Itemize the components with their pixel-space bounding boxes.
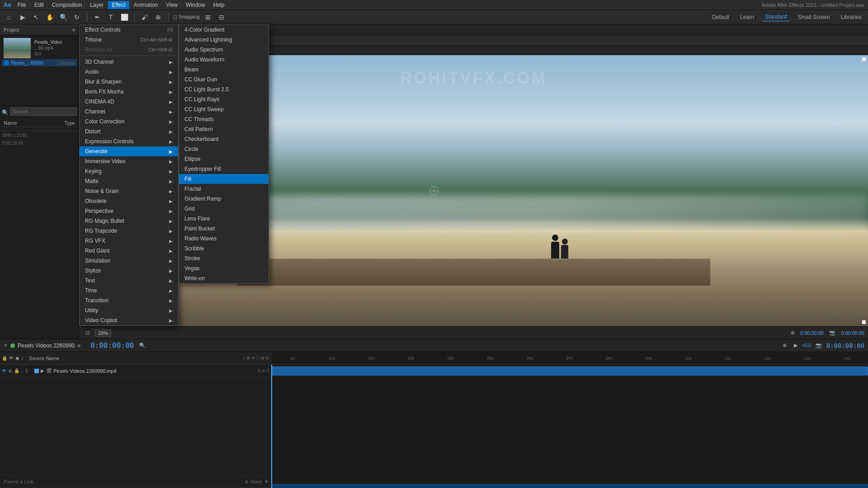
gen-grid[interactable]: Grid	[179, 204, 269, 214]
playback-btn[interactable]: ⊕	[788, 329, 797, 337]
project-item-1[interactable]: Pexels_...60990 Composi	[2, 59, 77, 66]
tl-clip-0[interactable]	[271, 366, 868, 375]
workspace-learn[interactable]: Learn	[737, 13, 757, 21]
grid-btn[interactable]: ⊟	[216, 12, 227, 23]
gen-circle[interactable]: Circle	[179, 144, 269, 154]
gen-write-on[interactable]: Write-on	[179, 273, 269, 283]
effect-channel[interactable]: Channel ▶	[80, 107, 178, 117]
search-input[interactable]	[10, 108, 77, 116]
gen-paint-bucket[interactable]: Paint Bucket	[179, 224, 269, 234]
effect-blur[interactable]: Blur & Sharpen ▶	[80, 77, 178, 87]
effect-3dchannel[interactable]: 3D Channel ▶	[80, 57, 178, 67]
text-btn[interactable]: T	[105, 12, 116, 23]
menu-effect[interactable]: Effect	[108, 1, 129, 9]
timeline-timecode[interactable]: 0:00:00:00	[90, 341, 134, 350]
paint-btn[interactable]: 🖌	[139, 12, 150, 23]
gen-vegas[interactable]: Vegas	[179, 263, 269, 273]
menu-animation[interactable]: Animation	[130, 1, 161, 9]
effect-keying[interactable]: Keying ▶	[80, 166, 178, 176]
effect-remove-all[interactable]: Remove All Ctrl+Shift+E	[80, 45, 178, 55]
play-btn[interactable]: ▶	[17, 12, 28, 23]
workspace-standard[interactable]: Standard	[762, 13, 790, 21]
effect-cinema4d[interactable]: CINEMA 4D ▶	[80, 97, 178, 107]
menu-file[interactable]: File	[14, 1, 30, 9]
workspace-small[interactable]: Small Screen	[795, 13, 833, 21]
effect-text[interactable]: Text ▶	[80, 276, 178, 286]
hand-btn[interactable]: ✋	[44, 12, 55, 23]
gen-cell-pattern[interactable]: Cell Pattern	[179, 124, 269, 134]
tl-cam[interactable]: 📷	[813, 342, 825, 349]
rotate-btn[interactable]: ↻	[71, 12, 82, 23]
effect-rg-magic[interactable]: RG Magic Bullet ▶	[80, 216, 178, 226]
effect-transition[interactable]: Transition ▶	[80, 296, 178, 305]
workspace-libraries[interactable]: Libraries	[838, 13, 864, 21]
project-item-0[interactable]: Pexels_Video ...90.mp4 AVI	[2, 37, 77, 59]
gen-fractal[interactable]: Fractal	[179, 184, 269, 194]
gen-beam[interactable]: Beam	[179, 65, 269, 75]
effect-simulation[interactable]: Simulation ▶	[80, 256, 178, 266]
effect-audio[interactable]: Audio ▶	[80, 67, 178, 77]
menu-composition[interactable]: Composition	[48, 1, 86, 9]
tl-playhead[interactable]	[271, 365, 272, 484]
effect-immersive[interactable]: Immersive Video ▶	[80, 156, 178, 166]
effect-color[interactable]: Color Correction ▶	[80, 117, 178, 127]
gen-cc-threads[interactable]: CC Threads	[179, 114, 269, 124]
zoom-display[interactable]: 29%	[95, 329, 111, 337]
clone-btn[interactable]: ⊕	[153, 12, 164, 23]
layer-solo[interactable]: ◉	[8, 368, 12, 373]
gen-advanced-lightning[interactable]: Advanced Lightning	[179, 35, 269, 45]
motion-blur-icon[interactable]: ≋	[262, 368, 265, 373]
fit-btn[interactable]: ⊡	[83, 329, 92, 337]
tl-work-area[interactable]	[271, 484, 868, 488]
effect-utility[interactable]: Utility ▶	[80, 305, 178, 315]
layer-audio[interactable]: ♪	[21, 368, 24, 373]
effect-videocopilot[interactable]: Video Copilot ▶	[80, 315, 178, 325]
effect-obsolete[interactable]: Obsolete ▶	[80, 196, 178, 206]
effect-distort[interactable]: Distort ▶	[80, 127, 178, 136]
effect-tritone[interactable]: Tritone Ctrl+Alt+Shift+E	[80, 35, 178, 45]
3d-icon[interactable]: 3	[266, 368, 269, 373]
gen-4color[interactable]: 4-Color Gradient	[179, 25, 269, 35]
effect-perspective[interactable]: Perspective ▶	[80, 206, 178, 216]
home-btn[interactable]: ⌂	[4, 12, 14, 23]
workspace-default[interactable]: Default	[709, 13, 732, 21]
gen-cc-light-burst[interactable]: CC Light Burst 2.5	[179, 84, 269, 94]
layer-expand[interactable]: ▶	[41, 368, 44, 373]
gen-ellipse[interactable]: Ellipse	[179, 154, 269, 164]
effect-boris[interactable]: Boris FX Mocha ▶	[80, 87, 178, 97]
tl-layer-row-0[interactable]: 👁 ◉ 🔒 ♪ 1 ▶ 🎬 Pexels Videos 2260990.mp4 …	[0, 365, 271, 377]
zoom-tool-btn[interactable]: 🔍	[58, 12, 69, 23]
tl-add-layer[interactable]: ⊕	[780, 342, 789, 349]
gen-cc-glue-gun[interactable]: CC Glue Gun	[179, 75, 269, 84]
snap-btn[interactable]: ⊞	[203, 12, 213, 23]
tl-work-start[interactable]	[271, 485, 272, 488]
layer-eye[interactable]: 👁	[2, 368, 6, 373]
tl-menu-icon[interactable]: ≡	[77, 343, 80, 349]
gen-cc-light-rays[interactable]: CC Light Rays	[179, 94, 269, 104]
menu-view[interactable]: View	[162, 1, 181, 9]
menu-window[interactable]: Window	[182, 1, 209, 9]
effect-red-giant[interactable]: Red Giant ▶	[80, 246, 178, 256]
gen-checkerboard[interactable]: Checkerboard	[179, 134, 269, 144]
gen-eyedropper[interactable]: Eyedropper Fill	[179, 164, 269, 174]
link-arrow[interactable]: ▼	[264, 479, 269, 484]
gen-audio-waveform[interactable]: Audio Waveform	[179, 55, 269, 65]
camera-btn[interactable]: 📷	[826, 329, 838, 337]
gen-scribble[interactable]: Scribble	[179, 244, 269, 253]
gen-gradient-ramp[interactable]: Gradient Ramp	[179, 194, 269, 204]
burger-icon[interactable]: ≡	[72, 27, 75, 33]
effect-controls[interactable]: Effect Controls F3	[80, 25, 178, 35]
effect-noise[interactable]: Noise & Grain ▶	[80, 186, 178, 196]
effect-matte[interactable]: Matte ▶	[80, 176, 178, 186]
effect-rg-vfx[interactable]: RG VFX ▶	[80, 236, 178, 246]
gen-fill[interactable]: Fill	[179, 174, 269, 184]
tl-search-btn[interactable]: 🔍	[137, 342, 148, 349]
menu-edit[interactable]: Edit	[31, 1, 47, 9]
tl-play[interactable]: ▶	[791, 342, 800, 349]
effect-generate[interactable]: Generate ▶	[80, 146, 178, 156]
effects-icon[interactable]: fx	[258, 368, 261, 373]
effect-expression[interactable]: Expression Controls ▶	[80, 136, 178, 146]
effect-stylize[interactable]: Stylize ▶	[80, 266, 178, 276]
tl-track-area[interactable]	[271, 365, 868, 484]
select-btn[interactable]: ↖	[31, 12, 42, 23]
